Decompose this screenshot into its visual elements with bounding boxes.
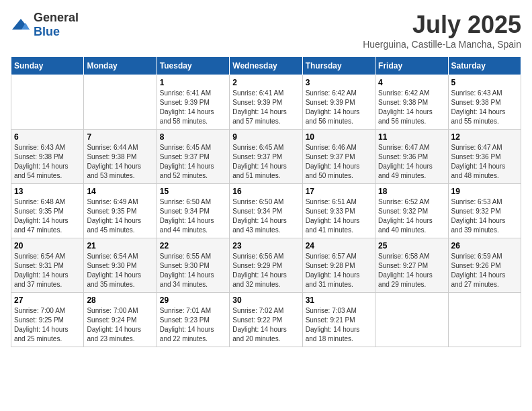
day-number: 23: [232, 241, 299, 250]
day-number: 15: [160, 187, 226, 196]
calendar-cell: 1Sunrise: 6:41 AMSunset: 9:39 PMDaylight…: [157, 75, 229, 130]
day-info: Sunrise: 6:46 AMSunset: 9:37 PMDaylight:…: [306, 143, 372, 181]
weekday-header: Saturday: [448, 57, 521, 75]
day-number: 16: [232, 187, 299, 196]
weekday-header: Sunday: [11, 57, 84, 75]
day-number: 10: [306, 132, 372, 142]
calendar-cell: 20Sunrise: 6:54 AMSunset: 9:31 PMDayligh…: [11, 238, 84, 293]
calendar-cell: 15Sunrise: 6:50 AMSunset: 9:34 PMDayligh…: [157, 184, 229, 238]
weekday-header: Wednesday: [230, 57, 302, 75]
day-info: Sunrise: 6:45 AMSunset: 9:37 PMDaylight:…: [160, 143, 226, 181]
day-number: 26: [451, 241, 518, 250]
calendar-cell: 18Sunrise: 6:52 AMSunset: 9:32 PMDayligh…: [375, 184, 448, 238]
calendar-cell: 7Sunrise: 6:44 AMSunset: 9:38 PMDaylight…: [84, 130, 157, 184]
logo-blue: Blue: [34, 25, 60, 38]
weekday-header: Thursday: [302, 57, 375, 75]
day-info: Sunrise: 6:41 AMSunset: 9:39 PMDaylight:…: [232, 89, 299, 126]
weekday-header: Tuesday: [157, 57, 229, 75]
day-info: Sunrise: 6:59 AMSunset: 9:26 PMDaylight:…: [451, 252, 518, 289]
day-number: 11: [378, 132, 445, 142]
day-info: Sunrise: 6:42 AMSunset: 9:39 PMDaylight:…: [306, 89, 372, 126]
day-info: Sunrise: 6:47 AMSunset: 9:36 PMDaylight:…: [451, 143, 518, 181]
page-header: General Blue July 2025 Huerguina, Castil…: [11, 11, 521, 50]
location-subtitle: Huerguina, Castille-La Mancha, Spain: [363, 39, 521, 50]
day-info: Sunrise: 7:01 AMSunset: 9:23 PMDaylight:…: [160, 306, 226, 344]
day-number: 22: [160, 241, 226, 250]
day-number: 5: [451, 78, 518, 87]
calendar-header: SundayMondayTuesdayWednesdayThursdayFrid…: [11, 57, 521, 75]
day-info: Sunrise: 6:48 AMSunset: 9:35 PMDaylight:…: [14, 197, 81, 235]
calendar-cell: 2Sunrise: 6:41 AMSunset: 9:39 PMDaylight…: [230, 75, 302, 130]
day-number: 29: [160, 295, 226, 305]
day-number: 30: [232, 295, 299, 305]
calendar-cell: [84, 75, 157, 130]
day-number: 25: [378, 241, 445, 250]
calendar-cell: 24Sunrise: 6:57 AMSunset: 9:28 PMDayligh…: [302, 238, 375, 293]
title-block: July 2025 Huerguina, Castille-La Mancha,…: [363, 11, 521, 50]
weekday-header: Friday: [375, 57, 448, 75]
day-number: 17: [306, 187, 372, 196]
day-number: 24: [306, 241, 372, 250]
calendar-cell: 31Sunrise: 7:03 AMSunset: 9:21 PMDayligh…: [302, 293, 375, 347]
calendar-cell: 19Sunrise: 6:53 AMSunset: 9:32 PMDayligh…: [448, 184, 521, 238]
calendar-cell: 16Sunrise: 6:50 AMSunset: 9:34 PMDayligh…: [230, 184, 302, 238]
day-info: Sunrise: 6:52 AMSunset: 9:32 PMDaylight:…: [378, 197, 445, 235]
calendar-cell: 10Sunrise: 6:46 AMSunset: 9:37 PMDayligh…: [302, 130, 375, 184]
calendar-cell: 28Sunrise: 7:00 AMSunset: 9:24 PMDayligh…: [84, 293, 157, 347]
calendar-week-row: 13Sunrise: 6:48 AMSunset: 9:35 PMDayligh…: [11, 184, 521, 238]
calendar-week-row: 20Sunrise: 6:54 AMSunset: 9:31 PMDayligh…: [11, 238, 521, 293]
day-number: 4: [378, 78, 445, 87]
day-number: 12: [451, 132, 518, 142]
day-number: 28: [87, 295, 153, 305]
calendar-cell: 4Sunrise: 6:42 AMSunset: 9:38 PMDaylight…: [375, 75, 448, 130]
day-info: Sunrise: 7:00 AMSunset: 9:24 PMDaylight:…: [87, 306, 153, 344]
day-number: 14: [87, 187, 153, 196]
day-info: Sunrise: 6:55 AMSunset: 9:30 PMDaylight:…: [160, 252, 226, 289]
day-info: Sunrise: 6:54 AMSunset: 9:30 PMDaylight:…: [87, 252, 153, 289]
calendar-cell: 8Sunrise: 6:45 AMSunset: 9:37 PMDaylight…: [157, 130, 229, 184]
day-info: Sunrise: 6:43 AMSunset: 9:38 PMDaylight:…: [451, 89, 518, 126]
day-number: 3: [306, 78, 372, 87]
calendar-cell: 6Sunrise: 6:43 AMSunset: 9:38 PMDaylight…: [11, 130, 84, 184]
calendar-cell: 12Sunrise: 6:47 AMSunset: 9:36 PMDayligh…: [448, 130, 521, 184]
day-number: 2: [232, 78, 299, 87]
calendar-cell: 11Sunrise: 6:47 AMSunset: 9:36 PMDayligh…: [375, 130, 448, 184]
day-info: Sunrise: 6:41 AMSunset: 9:39 PMDaylight:…: [160, 89, 226, 126]
calendar-cell: 3Sunrise: 6:42 AMSunset: 9:39 PMDaylight…: [302, 75, 375, 130]
day-number: 21: [87, 241, 153, 250]
day-info: Sunrise: 6:58 AMSunset: 9:27 PMDaylight:…: [378, 252, 445, 289]
day-info: Sunrise: 7:03 AMSunset: 9:21 PMDaylight:…: [306, 306, 372, 344]
calendar-cell: 29Sunrise: 7:01 AMSunset: 9:23 PMDayligh…: [157, 293, 229, 347]
calendar-cell: 14Sunrise: 6:49 AMSunset: 9:35 PMDayligh…: [84, 184, 157, 238]
calendar-cell: 30Sunrise: 7:02 AMSunset: 9:22 PMDayligh…: [230, 293, 302, 347]
day-info: Sunrise: 6:49 AMSunset: 9:35 PMDaylight:…: [87, 197, 153, 235]
logo-icon: [11, 17, 31, 32]
calendar-cell: [375, 293, 448, 347]
day-number: 6: [14, 132, 81, 142]
month-year-title: July 2025: [363, 11, 521, 39]
day-info: Sunrise: 6:50 AMSunset: 9:34 PMDaylight:…: [232, 197, 299, 235]
logo: General Blue: [11, 11, 79, 39]
day-info: Sunrise: 6:53 AMSunset: 9:32 PMDaylight:…: [451, 197, 518, 235]
day-info: Sunrise: 6:50 AMSunset: 9:34 PMDaylight:…: [160, 197, 226, 235]
calendar-week-row: 1Sunrise: 6:41 AMSunset: 9:39 PMDaylight…: [11, 75, 521, 130]
day-number: 9: [232, 132, 299, 142]
calendar-cell: 22Sunrise: 6:55 AMSunset: 9:30 PMDayligh…: [157, 238, 229, 293]
day-info: Sunrise: 7:02 AMSunset: 9:22 PMDaylight:…: [232, 306, 299, 344]
day-number: 31: [306, 295, 372, 305]
day-number: 13: [14, 187, 81, 196]
calendar-cell: 23Sunrise: 6:56 AMSunset: 9:29 PMDayligh…: [230, 238, 302, 293]
weekday-header-row: SundayMondayTuesdayWednesdayThursdayFrid…: [11, 57, 521, 75]
logo-text: General Blue: [34, 11, 79, 39]
calendar-table: SundayMondayTuesdayWednesdayThursdayFrid…: [11, 56, 521, 347]
day-info: Sunrise: 6:57 AMSunset: 9:28 PMDaylight:…: [306, 252, 372, 289]
calendar-cell: 25Sunrise: 6:58 AMSunset: 9:27 PMDayligh…: [375, 238, 448, 293]
calendar-cell: [448, 293, 521, 347]
day-number: 20: [14, 241, 81, 250]
calendar-body: 1Sunrise: 6:41 AMSunset: 9:39 PMDaylight…: [11, 75, 521, 347]
logo-general: General: [34, 11, 79, 24]
calendar-cell: [11, 75, 84, 130]
weekday-header: Monday: [84, 57, 157, 75]
day-info: Sunrise: 6:43 AMSunset: 9:38 PMDaylight:…: [14, 143, 81, 181]
day-info: Sunrise: 6:56 AMSunset: 9:29 PMDaylight:…: [232, 252, 299, 289]
